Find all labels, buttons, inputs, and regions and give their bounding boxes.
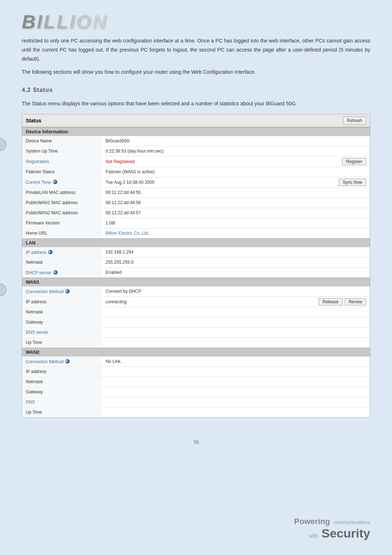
sidebar-circle-top xyxy=(0,138,7,151)
table-row: Firmware Version 1.08l xyxy=(22,218,370,228)
label-failover-status: Failover Status xyxy=(22,167,102,176)
label-wan1-dns: DNS server xyxy=(22,328,102,337)
table-row: Up Time xyxy=(22,407,370,417)
table-row: Netmask xyxy=(22,307,370,317)
intro-paragraph1: restricted to only one PC accessing the … xyxy=(22,36,370,64)
wan1-section-header: WAN1 xyxy=(22,278,370,286)
table-row: IP address 192.168.1.254 xyxy=(22,247,370,257)
lan-ip-icon[interactable] xyxy=(48,250,53,254)
page-container: BILLION restricted to only one PC access… xyxy=(0,0,392,555)
table-row: Up Time xyxy=(22,337,370,348)
table-row: Registration Not Registered Register xyxy=(22,156,370,167)
table-row: System Up Time 0:22:38:53 (day:hour:min:… xyxy=(22,146,370,156)
value-wan1-connection-method: Connect by DHCP xyxy=(102,287,370,296)
value-publicwan1-mac: 00:11:22:dd:44:56 xyxy=(102,198,370,207)
value-wan1-gateway xyxy=(102,320,370,324)
device-info-section-header: Device Information xyxy=(22,127,370,136)
status-title: Status xyxy=(26,118,41,123)
label-wan1-gateway: Gateway xyxy=(22,318,102,327)
label-device-name: Device Name xyxy=(22,137,102,145)
table-row: Device Name BiGuard50G xyxy=(22,136,370,146)
value-wan2-uptime xyxy=(102,410,370,414)
section-description: The Status menu displays the various opt… xyxy=(22,99,370,108)
value-system-up-time: 0:22:38:53 (day:hour:min:sec) xyxy=(102,147,370,155)
footer-brand: Powering communications with Security xyxy=(294,517,370,540)
table-row: Gateway xyxy=(22,387,370,397)
table-row: Failover Status Failover (WAN1 is active… xyxy=(22,167,370,177)
footer-security-line: with Security xyxy=(294,526,370,540)
label-publicwan2-mac: PublicWAN2 MAC address xyxy=(22,208,102,217)
table-row: Netmask xyxy=(22,377,370,387)
value-wan2-connection-method: No Link. xyxy=(102,357,370,366)
dhcp-server-icon[interactable] xyxy=(53,270,58,275)
value-privatelan-mac: 00:11:22:dd:44:55 xyxy=(102,188,370,197)
intro-paragraph2: The following sections will show you how… xyxy=(22,68,370,77)
table-row: Gateway xyxy=(22,317,370,327)
value-wan2-netmask xyxy=(102,380,370,384)
label-wan2-connection-method: Connection Method xyxy=(22,357,102,366)
table-row: PrivateLAN MAC address 00:11:22:dd:44:55 xyxy=(22,187,370,198)
label-lan-netmask: Netmask xyxy=(22,258,102,267)
label-wan1-netmask: Netmask xyxy=(22,308,102,316)
label-wan1-ip: IP address xyxy=(22,297,102,306)
refresh-button[interactable]: Refresh xyxy=(343,117,366,125)
release-button[interactable]: Release xyxy=(319,298,343,305)
table-row: Connection Method No Link. xyxy=(22,356,370,366)
registration-action: Register xyxy=(338,157,370,167)
current-time-icon[interactable] xyxy=(53,180,57,184)
wan2-connection-icon[interactable] xyxy=(65,359,70,364)
footer-powering-text: Powering xyxy=(294,517,330,526)
value-wan1-ip: connecting xyxy=(102,297,315,306)
value-wan2-dns xyxy=(102,400,370,404)
value-wan2-gateway xyxy=(102,390,370,394)
footer-communications-text: communications xyxy=(334,519,370,525)
value-wan1-uptime xyxy=(102,341,370,344)
page-number: 70 xyxy=(193,439,199,445)
register-button[interactable]: Register xyxy=(342,158,366,165)
current-time-action: Sync Now xyxy=(335,177,370,187)
table-row: DNS server xyxy=(22,327,370,337)
table-row: IP address xyxy=(22,366,370,377)
table-row: PublicWAN2 MAC address 00:11:22:dd:44:57 xyxy=(22,208,370,218)
value-wan1-dns xyxy=(102,331,370,334)
value-firmware-version: 1.08l xyxy=(102,219,370,227)
label-wan1-connection-method: Connection Method xyxy=(22,287,102,296)
table-row: DHCP server Enabled xyxy=(22,267,370,278)
value-wan2-ip xyxy=(102,370,370,373)
value-lan-ip: 192.168.1.254 xyxy=(102,248,370,256)
table-row: IP address connecting Release Renew xyxy=(22,296,370,307)
value-lan-netmask: 255.255.255.0 xyxy=(102,258,370,267)
label-home-url: Home URL xyxy=(22,229,102,238)
label-wan2-ip: IP address xyxy=(22,367,102,376)
label-wan1-uptime: Up Time xyxy=(22,338,102,347)
value-current-time: Tue Aug 2 10:38:40 2005 xyxy=(102,178,335,187)
renew-button[interactable]: Renew xyxy=(345,298,366,305)
status-header: Status Refresh xyxy=(22,114,370,127)
label-wan2-dns: DNS xyxy=(22,398,102,406)
sync-now-button[interactable]: Sync Now xyxy=(339,179,366,186)
footer: 70 xyxy=(22,439,370,445)
value-registration: Not Registered xyxy=(102,157,338,166)
sidebar-circle-bottom xyxy=(0,283,7,296)
logo: BILLION xyxy=(22,11,370,33)
status-table: Status Refresh Device Information Device… xyxy=(22,114,370,418)
label-dhcp-server: DHCP server xyxy=(22,268,102,277)
footer-powering: Powering communications xyxy=(294,517,370,526)
label-system-up-time: System Up Time xyxy=(22,147,102,155)
label-wan2-uptime: Up Time xyxy=(22,408,102,417)
table-row: Current Time Tue Aug 2 10:38:40 2005 Syn… xyxy=(22,177,370,187)
section-heading: 4.2 Status xyxy=(22,87,370,93)
label-current-time: Current Time xyxy=(22,178,102,187)
footer-security-text: Security xyxy=(322,526,370,540)
value-dhcp-server: Enabled xyxy=(102,268,370,277)
label-lan-ip: IP address xyxy=(22,248,102,257)
lan-section-header: LAN xyxy=(22,238,370,247)
wan1-ip-action: Release Renew xyxy=(315,297,370,307)
wan1-connection-icon[interactable] xyxy=(65,289,70,293)
value-failover-status: Failover (WAN1 is active) xyxy=(102,167,370,176)
table-row: Netmask 255.255.255.0 xyxy=(22,257,370,267)
label-wan2-gateway: Gateway xyxy=(22,388,102,396)
logo-area: BILLION xyxy=(22,11,370,33)
value-home-url: Billion Electric Co.,Ltd. xyxy=(102,229,370,238)
table-row: Connection Method Connect by DHCP xyxy=(22,286,370,296)
